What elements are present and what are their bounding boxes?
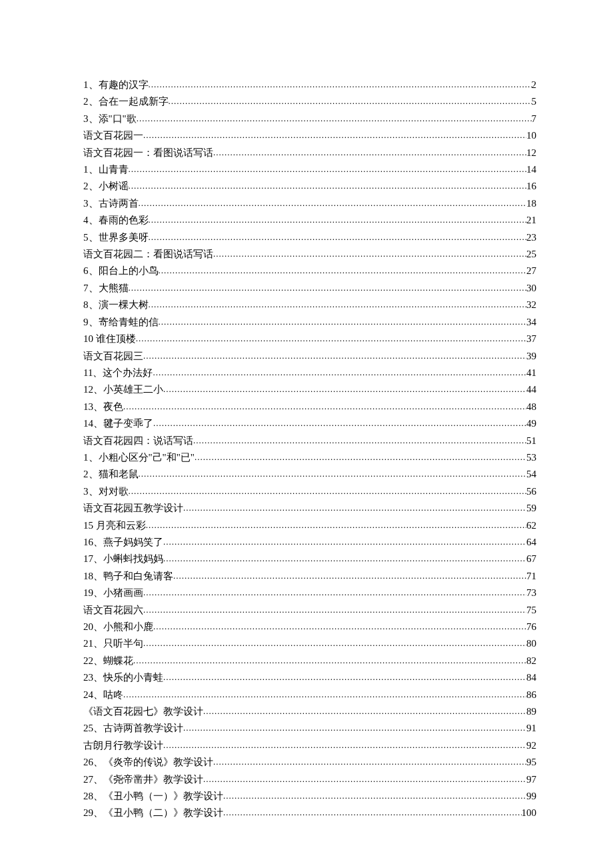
toc-entry[interactable]: 18、鸭子和白兔请客71 xyxy=(83,568,536,585)
toc-leader-dots xyxy=(129,280,527,296)
toc-entry[interactable]: 1、小粗心区分"己"和"已"53 xyxy=(83,449,536,466)
toc-leader-dots xyxy=(223,805,522,821)
toc-entry[interactable]: 3、对对歌56 xyxy=(83,483,536,500)
toc-entry[interactable]: 8、演一棵大树32 xyxy=(83,297,536,313)
toc-page-number: 30 xyxy=(526,280,536,296)
toc-entry[interactable]: 语文百花园六75 xyxy=(83,602,536,619)
toc-leader-dots xyxy=(223,788,526,804)
toc-title: 10 谁住顶楼 xyxy=(83,331,136,347)
toc-entry[interactable]: 语文百花园一10 xyxy=(83,127,536,144)
toc-page-number: 51 xyxy=(526,433,536,449)
toc-title: 19、小猪画画 xyxy=(83,585,143,601)
toc-leader-dots xyxy=(123,399,526,415)
toc-title: 3、对对歌 xyxy=(83,483,129,499)
toc-entry[interactable]: 7、大熊猫30 xyxy=(83,280,536,297)
toc-page-number: 84 xyxy=(526,669,536,685)
toc-title: 8、演一棵大树 xyxy=(83,297,149,313)
toc-title: 3、古诗两首 xyxy=(83,195,139,211)
toc-title: 《语文百花园七》教学设计 xyxy=(83,703,203,719)
toc-entry[interactable]: 语文百花园四：说话写话51 xyxy=(83,433,536,449)
toc-title: 语文百花园三 xyxy=(83,348,143,364)
toc-entry[interactable]: 22、蝴蝶花82 xyxy=(83,653,536,669)
toc-entry[interactable]: 20、小熊和小鹿76 xyxy=(83,619,536,635)
toc-page-number: 80 xyxy=(526,635,536,651)
toc-page-number: 95 xyxy=(526,754,536,770)
toc-page-number: 27 xyxy=(526,263,536,279)
toc-entry[interactable]: 11、这个办法好41 xyxy=(83,365,536,381)
toc-title: 13、夜色 xyxy=(83,399,123,415)
toc-entry[interactable]: 21、只听半句80 xyxy=(83,635,536,652)
toc-entry[interactable]: 语文百花园五教学设计59 xyxy=(83,500,536,517)
toc-entry[interactable]: 古朗月行教学设计92 xyxy=(83,737,536,754)
toc-leader-dots xyxy=(193,433,526,449)
toc-entry[interactable]: 19、小猪画画73 xyxy=(83,585,536,601)
toc-title: 6、阳台上的小鸟 xyxy=(83,263,159,279)
toc-page-number: 12 xyxy=(526,145,536,161)
toc-title: 语文百花园一：看图说话写话 xyxy=(83,145,213,161)
toc-entry[interactable]: 23、快乐的小青蛙84 xyxy=(83,669,536,686)
toc-leader-dots xyxy=(133,653,526,669)
toc-leader-dots xyxy=(195,449,526,465)
toc-entry[interactable]: 16、燕子妈妈笑了64 xyxy=(83,534,536,551)
toc-entry[interactable]: 语文百花园二：看图说话写话25 xyxy=(83,246,536,263)
toc-page-number: 89 xyxy=(526,703,536,719)
toc-page-number: 73 xyxy=(526,585,536,601)
toc-entry[interactable]: 13、夜色48 xyxy=(83,399,536,415)
toc-title: 7、大熊猫 xyxy=(83,280,129,296)
toc-entry[interactable]: 24、咕咚86 xyxy=(83,687,536,703)
toc-page-number: 59 xyxy=(526,500,536,516)
toc-title: 语文百花园五教学设计 xyxy=(83,500,183,516)
toc-page-number: 48 xyxy=(526,399,536,415)
toc-entry[interactable]: 2、合在一起成新字5 xyxy=(83,93,536,110)
toc-leader-dots xyxy=(123,687,526,703)
toc-title: 14、毽子变乖了 xyxy=(83,415,153,431)
toc-page-number: 92 xyxy=(526,737,536,753)
toc-entry[interactable]: 28、《丑小鸭（一）》教学设计99 xyxy=(83,788,536,805)
toc-leader-dots xyxy=(139,466,527,482)
toc-entry[interactable]: 25、古诗两首教学设计91 xyxy=(83,720,536,737)
toc-entry[interactable]: 1、山青青14 xyxy=(83,161,536,178)
toc-entry[interactable]: 6、阳台上的小鸟27 xyxy=(83,263,536,279)
toc-title: 25、古诗两首教学设计 xyxy=(83,720,183,736)
toc-entry[interactable]: 1、有趣的汉字2 xyxy=(83,77,536,93)
toc-leader-dots xyxy=(203,703,526,719)
toc-leader-dots xyxy=(203,771,526,787)
toc-leader-dots xyxy=(163,669,526,685)
toc-entry[interactable]: 语文百花园一：看图说话写话12 xyxy=(83,145,536,161)
toc-page-number: 41 xyxy=(526,365,536,381)
toc-entry[interactable]: 27、《尧帝凿井》教学设计97 xyxy=(83,771,536,788)
toc-entry[interactable]: 12、小英雄王二小44 xyxy=(83,381,536,398)
toc-leader-dots xyxy=(129,161,527,177)
toc-title: 22、蝴蝶花 xyxy=(83,653,133,669)
toc-leader-dots xyxy=(163,737,526,753)
toc-title: 1、山青青 xyxy=(83,161,129,177)
toc-entry[interactable]: 《语文百花园七》教学设计89 xyxy=(83,703,536,720)
toc-entry[interactable]: 17、小蝌蚪找妈妈67 xyxy=(83,551,536,567)
toc-entry[interactable]: 2、小树谣16 xyxy=(83,178,536,195)
toc-leader-dots xyxy=(183,500,526,516)
toc-leader-dots xyxy=(143,602,526,618)
toc-entry[interactable]: 29、《丑小鸭（二）》教学设计100 xyxy=(83,805,536,821)
toc-entry[interactable]: 9、寄给青蛙的信34 xyxy=(83,314,536,331)
toc-leader-dots xyxy=(149,297,527,313)
toc-title: 24、咕咚 xyxy=(83,687,123,703)
toc-entry[interactable]: 4、春雨的色彩21 xyxy=(83,212,536,229)
toc-entry[interactable]: 10 谁住顶楼37 xyxy=(83,331,536,347)
toc-leader-dots xyxy=(153,415,526,431)
toc-entry[interactable]: 26、《炎帝的传说》教学设计95 xyxy=(83,754,536,771)
toc-entry[interactable]: 14、毽子变乖了49 xyxy=(83,415,536,432)
toc-page-number: 2 xyxy=(532,77,537,93)
toc-entry[interactable]: 15 月亮和云彩62 xyxy=(83,517,536,534)
toc-entry[interactable]: 5、世界多美呀23 xyxy=(83,229,536,246)
toc-entry[interactable]: 3、添"口"歌7 xyxy=(83,111,536,127)
toc-leader-dots xyxy=(129,483,527,499)
toc-title: 语文百花园四：说话写话 xyxy=(83,433,193,449)
toc-page-number: 67 xyxy=(526,551,536,567)
toc-page-number: 37 xyxy=(526,331,536,347)
toc-entry[interactable]: 2、猫和老鼠54 xyxy=(83,466,536,483)
toc-page-number: 32 xyxy=(526,297,536,313)
toc-title: 27、《尧帝凿井》教学设计 xyxy=(83,771,203,787)
toc-entry[interactable]: 3、古诗两首18 xyxy=(83,195,536,212)
toc-leader-dots xyxy=(163,551,526,567)
toc-entry[interactable]: 语文百花园三39 xyxy=(83,348,536,365)
